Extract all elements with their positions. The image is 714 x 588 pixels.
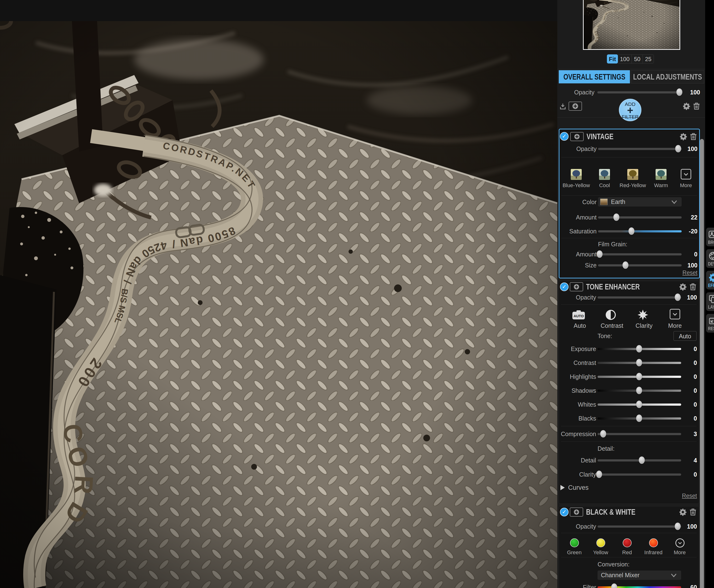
preset-label: Cool (590, 182, 619, 189)
tone-add-button[interactable] (570, 282, 583, 291)
chevron-down-icon (670, 309, 680, 319)
whites-handle[interactable] (636, 401, 642, 408)
preset-label: Blue-Yellow (562, 182, 591, 189)
film-grain-size-row: Size 100 (560, 261, 700, 269)
preset-thumb-warm (655, 169, 667, 180)
clarity-track[interactable] (597, 474, 681, 476)
contrast-row: Contrast 0 (559, 359, 699, 367)
vintage-color-value: Earth (611, 198, 625, 205)
bw-filter-handle[interactable] (611, 584, 617, 588)
slider-label: Filter (559, 583, 596, 588)
bw-filter-track[interactable] (597, 586, 681, 588)
vintage-color-dropdown[interactable]: Earth (598, 197, 682, 207)
vintage-reset-link[interactable]: Reset (673, 269, 697, 276)
bw-gear-icon[interactable] (679, 508, 687, 516)
shadows-handle[interactable] (636, 387, 642, 394)
slider-value: -20 (679, 227, 697, 235)
tone-enabled-checkbox[interactable]: ✓ (560, 282, 569, 291)
film-grain-amount-handle[interactable] (596, 250, 603, 258)
bw-add-button[interactable] (570, 507, 583, 517)
settings-panel: Fit 100 50 25 OVERALL SETTINGS LOCAL ADJ… (557, 0, 705, 588)
export-icon[interactable] (559, 103, 567, 111)
master-opacity-handle[interactable] (676, 88, 682, 96)
compression-track[interactable] (597, 433, 681, 435)
clarity-handle[interactable] (596, 470, 602, 478)
bw-trash-icon[interactable] (689, 508, 697, 516)
chevron-down-icon (670, 198, 678, 206)
exposure-row: Exposure 0 (559, 345, 699, 353)
tab-overall-settings[interactable]: OVERALL SETTINGS (559, 70, 630, 83)
contrast-handle[interactable] (636, 359, 642, 366)
tone-gear-icon[interactable] (679, 283, 687, 291)
film-grain-size-track[interactable] (598, 264, 682, 267)
vintage-saturation-track[interactable] (598, 230, 682, 232)
vintage-amount-track[interactable] (598, 216, 682, 218)
bw-enabled-checkbox[interactable]: ✓ (560, 508, 569, 516)
add-preset-button[interactable] (569, 102, 582, 111)
film-grain-label: Film Grain: (598, 240, 627, 248)
module-tab-develop[interactable]: DEV (706, 249, 714, 268)
vintage-add-button[interactable] (570, 132, 584, 141)
vintage-amount-row: Amount 22 (560, 213, 700, 222)
vintage-opacity-label: Opacity (560, 145, 596, 153)
zoom-25-button[interactable]: 25 (643, 55, 654, 63)
bw-filter-row: Filter 60 (559, 583, 699, 588)
vintage-amount-handle[interactable] (613, 213, 620, 221)
module-tab-effects[interactable]: EFF (706, 271, 714, 290)
tone-auto-button[interactable]: Auto (673, 331, 696, 341)
tone-trash-icon[interactable] (689, 283, 697, 291)
plus-circle-icon (574, 133, 580, 140)
master-opacity-track[interactable] (597, 91, 681, 93)
module-label: LAY (708, 304, 714, 310)
module-tab-browse[interactable]: BRO (706, 228, 714, 246)
panel-scrollbar[interactable] (700, 139, 704, 588)
preset-thumb-cool (599, 169, 610, 180)
quick-button-label: More (659, 322, 691, 329)
vintage-opacity-track[interactable] (598, 148, 682, 150)
module-label: BRO (708, 239, 714, 245)
tone-more-quick-button[interactable]: More (670, 309, 680, 319)
preset-label: Warm (647, 182, 675, 189)
vintage-gear-icon[interactable] (679, 132, 687, 141)
clarity-starburst-icon (637, 309, 649, 321)
exposure-handle[interactable] (636, 345, 642, 353)
film-grain-size-handle[interactable] (623, 261, 628, 269)
zoom-fit-button[interactable]: Fit (607, 55, 618, 63)
tone-reset-link[interactable]: Reset (673, 492, 697, 499)
chevron-down-circle-icon (675, 539, 685, 547)
zoom-50-button[interactable]: 50 (632, 55, 643, 63)
slider-value: 3 (679, 430, 697, 438)
blacks-handle[interactable] (636, 415, 642, 422)
preset-label: Red-Yellow (618, 182, 647, 189)
tone-opacity-track[interactable] (597, 296, 681, 298)
film-grain-amount-track[interactable] (598, 253, 682, 255)
master-gear-icon[interactable] (682, 102, 691, 110)
add-filter-button[interactable]: ADD + FILTER (619, 99, 642, 121)
highlights-handle[interactable] (636, 373, 642, 380)
channel-label: More (665, 549, 694, 555)
tab-local-adjustments[interactable]: LOCAL ADJUSTMENTS (631, 70, 704, 83)
bw-opacity-track[interactable] (597, 525, 681, 528)
vintage-saturation-handle[interactable] (628, 227, 634, 235)
vintage-trash-icon[interactable] (689, 132, 697, 141)
detail-handle[interactable] (639, 457, 645, 464)
module-tab-layers[interactable]: LAY (706, 292, 714, 311)
conversion-value: Channel Mixer (601, 572, 639, 579)
triangle-right-icon (561, 485, 565, 490)
browse-icon (708, 230, 714, 239)
tab-local-label: LOCAL ADJUSTMENTS (633, 72, 702, 82)
tone-title: TONE ENHANCER (586, 282, 655, 292)
divider (561, 304, 696, 304)
highlights-row: Highlights 0 (559, 373, 699, 381)
preview-thumbnail[interactable] (583, 0, 680, 50)
compression-handle[interactable] (600, 430, 606, 438)
master-trash-icon[interactable] (692, 102, 700, 110)
conversion-dropdown[interactable]: Channel Mixer (597, 570, 681, 580)
vintage-enabled-checkbox[interactable]: ✓ (560, 132, 569, 141)
slider-label: Amount (560, 213, 596, 222)
preset-thumb-blue-yellow (571, 169, 582, 180)
module-tab-resize[interactable]: RES (706, 314, 714, 333)
zoom-100-button[interactable]: 100 (618, 55, 632, 63)
svg-text:AUTO: AUTO (573, 314, 584, 318)
photo-canvas[interactable]: CORDSTRAP.NET 8500 daN / 4250 daN / B/S … (0, 0, 557, 588)
